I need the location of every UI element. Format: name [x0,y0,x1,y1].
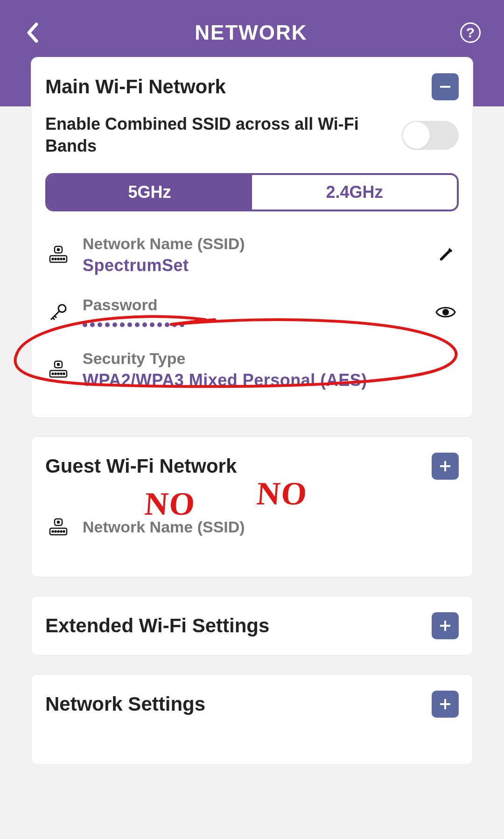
router-lock-icon [45,245,71,265]
chevron-left-icon [26,22,39,43]
svg-point-6 [58,259,59,260]
security-value: WPA2/WPA3 Mixed Personal (AES) [83,371,459,390]
tab-2-4ghz[interactable]: 2.4GHz [252,175,457,210]
svg-point-22 [57,521,59,523]
band-tabs: 5GHz 2.4GHz [45,173,459,211]
svg-point-17 [61,373,62,375]
svg-point-5 [55,259,56,260]
extended-wifi-title: Extended Wi-Fi Settings [45,615,269,637]
main-wifi-card: Main Wi-Fi Network Enable Combined SSID … [31,57,473,418]
router-lock-icon [45,517,71,538]
ssid-value: SpectrumSet [83,256,421,275]
expand-network-settings-button[interactable] [432,691,459,718]
eye-icon [435,305,456,319]
svg-point-14 [52,373,54,375]
password-label: Password [83,296,421,314]
main-wifi-title: Main Wi-Fi Network [45,76,226,98]
svg-point-15 [55,373,56,375]
guest-ssid-label: Network Name (SSID) [83,518,459,536]
expand-guest-wifi-button[interactable] [432,453,459,480]
extended-wifi-card: Extended Wi-Fi Settings [31,596,473,656]
svg-point-2 [57,249,59,251]
ssid-row: Network Name (SSID) SpectrumSet [45,225,459,287]
svg-point-25 [55,531,56,532]
collapse-main-wifi-button[interactable] [432,73,459,100]
ssid-label: Network Name (SSID) [83,235,421,253]
network-settings-title: Network Settings [45,693,205,715]
back-button[interactable] [23,23,42,42]
plus-icon [438,459,452,473]
guest-wifi-card: Guest Wi-Fi Network Network Name [31,436,473,577]
svg-point-16 [58,373,59,375]
router-lock-icon [45,359,71,380]
svg-point-27 [61,531,62,532]
plus-icon [438,619,452,633]
pencil-icon [437,246,454,263]
svg-point-12 [57,364,59,365]
svg-point-9 [58,305,66,312]
tab-5ghz[interactable]: 5GHz [47,175,252,210]
security-label: Security Type [83,350,459,368]
plus-icon [438,697,452,711]
svg-point-18 [63,373,65,375]
key-icon [45,302,71,322]
svg-point-8 [63,259,65,260]
svg-point-4 [52,259,54,260]
page-title: NETWORK [195,21,307,44]
toggle-knob [403,122,430,149]
svg-point-28 [63,531,65,532]
combined-ssid-toggle[interactable] [402,121,459,150]
svg-point-26 [58,531,59,532]
network-settings-card: Network Settings [31,674,473,765]
password-row: Password [45,287,459,340]
help-button[interactable]: ? [460,22,481,43]
combined-ssid-label: Enable Combined SSID across all Wi-Fi Ba… [45,113,388,157]
guest-ssid-row: Network Name (SSID) [45,508,459,561]
svg-point-7 [61,259,62,260]
password-value-masked [83,321,421,329]
security-row[interactable]: Security Type WPA2/WPA3 Mixed Personal (… [45,340,459,401]
guest-wifi-title: Guest Wi-Fi Network [45,455,237,477]
expand-extended-wifi-button[interactable] [432,612,459,639]
edit-ssid-button[interactable] [433,246,459,263]
svg-point-10 [442,309,449,315]
question-icon: ? [466,25,475,41]
minus-icon [438,80,452,94]
svg-point-24 [52,531,54,532]
reveal-password-button[interactable] [433,305,459,319]
